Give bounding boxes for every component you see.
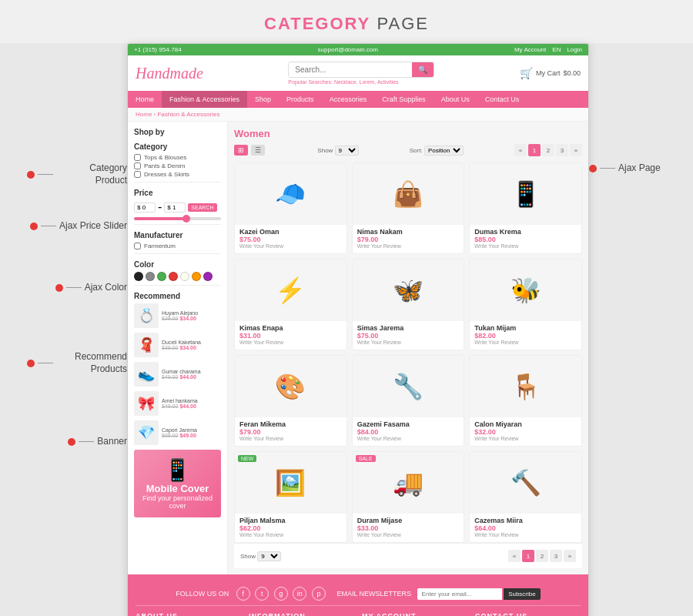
price-slider-thumb[interactable]: [182, 215, 190, 223]
nav-contact[interactable]: Contact Us: [477, 91, 527, 108]
footer-newsletter: Subscribe: [417, 590, 541, 598]
color-orange[interactable]: [192, 272, 201, 281]
sidebar-category-dresses[interactable]: Dresses & Skirts: [134, 171, 221, 178]
nav-about[interactable]: About Us: [434, 91, 477, 108]
product-review-5[interactable]: Write Your Review: [357, 340, 460, 345]
per-page-select[interactable]: 91827: [335, 146, 359, 156]
price-to[interactable]: [164, 203, 186, 213]
per-page-select-bottom[interactable]: 91827: [257, 551, 281, 561]
product-name-2[interactable]: Nimas Nakam: [357, 228, 460, 236]
product-card-12: 🔨 Cazemas Miira $64.00 Write Your Review: [469, 451, 582, 543]
price-slider[interactable]: [134, 217, 221, 220]
page-1-bottom[interactable]: 1: [522, 550, 534, 562]
search-button[interactable]: 🔍: [412, 62, 434, 77]
search-input[interactable]: [289, 62, 412, 77]
sort-select[interactable]: PositionNamePrice: [424, 146, 464, 156]
product-review-7[interactable]: Write Your Review: [239, 436, 342, 441]
cart-area[interactable]: 🛒 My Cart $0.00: [520, 67, 581, 79]
breadcrumb-home[interactable]: Home: [136, 111, 152, 118]
checkbox-pants[interactable]: [134, 162, 141, 169]
top-login[interactable]: Login: [567, 46, 582, 53]
product-name-4[interactable]: Kimas Enapa: [239, 324, 342, 332]
product-name-10[interactable]: Piljan Malsma: [239, 517, 342, 524]
social-google[interactable]: g: [274, 587, 288, 601]
recommend-name-3[interactable]: Gumar charama: [162, 369, 201, 374]
price-from[interactable]: [134, 203, 156, 213]
view-buttons: ⊞ ☰: [234, 145, 266, 156]
page-3-top[interactable]: 3: [556, 144, 568, 156]
nav-craft[interactable]: Craft Supplies: [374, 91, 434, 108]
sidebar-banner[interactable]: 📱 Mobile Cover Find your personalized co…: [134, 450, 221, 517]
product-card-2: 👜 Nimas Nakam $79.00 Write Your Review: [352, 162, 465, 254]
color-gray[interactable]: [146, 272, 155, 281]
product-review-9[interactable]: Write Your Review: [474, 436, 577, 441]
sidebar-category-tops[interactable]: Tops & Blouses: [134, 154, 221, 161]
product-name-5[interactable]: Simas Jarema: [357, 324, 460, 332]
color-red[interactable]: [169, 272, 178, 281]
product-review-2[interactable]: Write Your Review: [357, 243, 460, 249]
product-name-9[interactable]: Calon Miyaran: [474, 420, 577, 428]
top-language[interactable]: EN: [552, 46, 561, 53]
price-search-button[interactable]: SEARCH: [188, 203, 216, 212]
newsletter-input[interactable]: [417, 588, 502, 600]
product-name-1[interactable]: Kazei Oman: [239, 228, 342, 236]
nav-shop[interactable]: Shop: [247, 91, 279, 108]
logo-area: Handmade 🔍 Popular Searches: Necklace, L…: [128, 55, 588, 91]
product-name-6[interactable]: Tukan Mijam: [474, 324, 577, 332]
product-review-3[interactable]: Write Your Review: [474, 243, 577, 249]
social-facebook[interactable]: f: [236, 587, 250, 601]
banner-title: Mobile Cover: [142, 483, 213, 494]
product-name-3[interactable]: Dumas Krema: [474, 228, 577, 236]
checkbox-tops[interactable]: [134, 154, 141, 161]
newsletter-label: EMAIL NEWSLETTERS: [336, 590, 411, 598]
page-2-top[interactable]: 2: [542, 144, 554, 156]
product-badge-11: SALE: [356, 455, 376, 462]
page-next-bottom[interactable]: »: [564, 550, 576, 562]
page-2-bottom[interactable]: 2: [536, 550, 548, 562]
recommend-name-2[interactable]: Duceli Kaketana: [162, 340, 201, 345]
recommend-name-5[interactable]: Capori Jarema: [162, 427, 197, 433]
page-prev-bottom[interactable]: «: [508, 550, 521, 562]
page-title-area: CATEGORY PAGE: [0, 0, 693, 43]
checkbox-manufacturer[interactable]: [134, 243, 141, 249]
page-prev-top[interactable]: «: [514, 144, 527, 156]
nav-home[interactable]: Home: [128, 91, 162, 108]
product-review-10[interactable]: Write Your Review: [239, 532, 342, 537]
outer-wrapper: Category Product Ajax Price Slider Ajax …: [0, 43, 693, 616]
social-linkedin[interactable]: in: [293, 587, 306, 601]
color-green[interactable]: [157, 272, 166, 281]
social-twitter[interactable]: t: [255, 587, 269, 601]
page-3-bottom[interactable]: 3: [550, 550, 562, 562]
list-view-button[interactable]: ☰: [251, 145, 265, 156]
breadcrumb-fashion[interactable]: Fashion & Accessories: [157, 111, 219, 118]
color-black[interactable]: [134, 272, 143, 281]
checkbox-dresses[interactable]: [134, 171, 141, 178]
color-purple[interactable]: [203, 272, 213, 281]
sidebar-category-pants[interactable]: Pants & Denim: [134, 162, 221, 169]
product-review-8[interactable]: Write Your Review: [357, 436, 460, 441]
product-name-8[interactable]: Gazemi Fasama: [357, 420, 460, 428]
sidebar-manufacturer-1[interactable]: Farmentum: [134, 243, 221, 249]
recommend-name-4[interactable]: Amei hankama: [162, 398, 198, 403]
nav-products[interactable]: Products: [279, 91, 322, 108]
page-next-top[interactable]: »: [570, 144, 582, 156]
page-1-top[interactable]: 1: [528, 144, 541, 156]
recommend-name-1[interactable]: Huyam Alejano: [162, 310, 198, 316]
product-review-4[interactable]: Write Your Review: [239, 340, 342, 345]
grid-view-button[interactable]: ⊞: [234, 145, 248, 156]
product-name-7[interactable]: Feran Mikema: [239, 420, 342, 428]
product-review-11[interactable]: Write Your Review: [357, 532, 460, 537]
product-review-6[interactable]: Write Your Review: [474, 340, 577, 345]
product-name-12[interactable]: Cazemas Miira: [474, 517, 577, 524]
products-area: Women ⊞ ☰ Show 91827 Sort:: [228, 122, 588, 574]
product-name-11[interactable]: Duram Mijase: [357, 517, 460, 524]
top-account[interactable]: My Account: [514, 46, 546, 53]
newsletter-subscribe-button[interactable]: Subscribe: [504, 588, 541, 600]
logo[interactable]: Handmade: [136, 65, 203, 82]
social-pinterest[interactable]: p: [312, 587, 326, 601]
nav-fashion[interactable]: Fashion & Accessories: [162, 91, 247, 108]
color-ivory[interactable]: [180, 272, 189, 281]
nav-accessories[interactable]: Accessories: [322, 91, 375, 108]
product-review-12[interactable]: Write Your Review: [474, 532, 577, 537]
product-review-1[interactable]: Write Your Review: [239, 243, 342, 249]
